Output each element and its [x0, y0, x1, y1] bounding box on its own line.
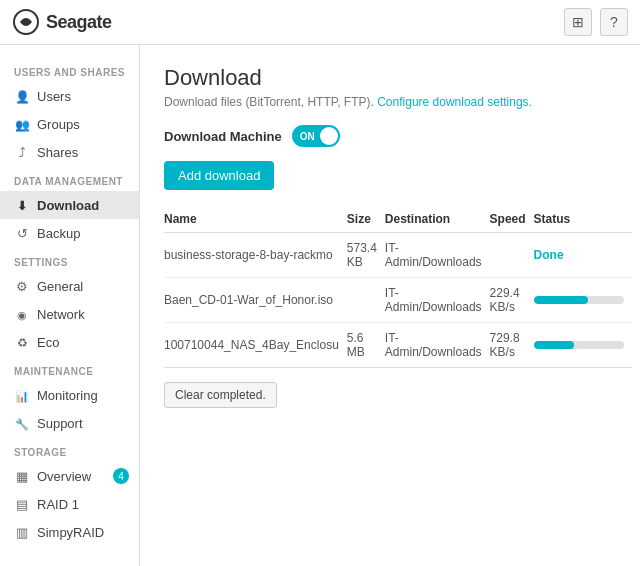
- sidebar-item-label-shares: Shares: [37, 145, 78, 160]
- section-label-users-shares: Users and Shares: [0, 57, 139, 82]
- sidebar-item-label-users: Users: [37, 89, 71, 104]
- main-content: Download Download files (BitTorrent, HTT…: [140, 45, 640, 566]
- cell-speed: 229.4 KB/s: [490, 278, 534, 323]
- topbar: Seagate ⊞ ?: [0, 0, 640, 45]
- sidebar-item-simpyraid[interactable]: SimpyRAID: [0, 518, 139, 546]
- sidebar-item-raid1[interactable]: RAID 1: [0, 490, 139, 518]
- backup-icon: [14, 225, 30, 241]
- sidebar-item-download[interactable]: Download: [0, 191, 139, 219]
- simpy-icon: [14, 524, 30, 540]
- sidebar-item-label-download: Download: [37, 198, 99, 213]
- sidebar: Users and Shares Users Groups Shares Dat…: [0, 45, 140, 566]
- add-download-button[interactable]: Add download: [164, 161, 274, 190]
- cell-size: [347, 278, 385, 323]
- col-header-size: Size: [347, 206, 385, 233]
- subtitle-text: Download files (BitTorrent, HTTP, FTP).: [164, 95, 374, 109]
- progress-bar-fill: [534, 341, 575, 349]
- progress-bar-fill: [534, 296, 588, 304]
- sidebar-item-support[interactable]: Support: [0, 409, 139, 437]
- section-label-maintenance: Maintenance: [0, 356, 139, 381]
- overview-badge: 4: [113, 468, 129, 484]
- col-header-status: Status: [534, 206, 632, 233]
- cell-status: [534, 323, 632, 368]
- sidebar-item-shares[interactable]: Shares: [0, 138, 139, 166]
- section-label-storage: Storage: [0, 437, 139, 462]
- cell-size: 5.6 MB: [347, 323, 385, 368]
- table-row: Baen_CD-01-War_of_Honor.isoIT-Admin/Down…: [164, 278, 632, 323]
- toggle-row: Download Machine ON: [164, 125, 616, 147]
- seagate-logo-icon: [12, 8, 40, 36]
- cell-name: Baen_CD-01-War_of_Honor.iso: [164, 278, 347, 323]
- sidebar-item-label-overview: Overview: [37, 469, 91, 484]
- user-icon: [14, 88, 30, 104]
- sidebar-item-label-eco: Eco: [37, 335, 59, 350]
- eco-icon: [14, 334, 30, 350]
- cell-destination: IT-Admin/Downloads: [385, 233, 490, 278]
- topbar-icons: ⊞ ?: [564, 8, 628, 36]
- support-icon: [14, 415, 30, 431]
- section-label-settings: Settings: [0, 247, 139, 272]
- toggle-knob: [320, 127, 338, 145]
- toggle-label: Download Machine: [164, 129, 282, 144]
- sidebar-item-eco[interactable]: Eco: [0, 328, 139, 356]
- sidebar-item-label-backup: Backup: [37, 226, 80, 241]
- sidebar-item-label-groups: Groups: [37, 117, 80, 132]
- share-icon: [14, 144, 30, 160]
- group-icon: [14, 116, 30, 132]
- page-subtitle: Download files (BitTorrent, HTTP, FTP). …: [164, 95, 616, 109]
- download-table: Name Size Destination Speed Status busin…: [164, 206, 632, 368]
- progress-bar-container: [534, 296, 624, 304]
- overview-icon: [14, 468, 30, 484]
- cell-speed: 729.8 KB/s: [490, 323, 534, 368]
- progress-bar-container: [534, 341, 624, 349]
- sidebar-item-groups[interactable]: Groups: [0, 110, 139, 138]
- download-icon: [14, 197, 30, 213]
- cell-speed: [490, 233, 534, 278]
- clear-completed-button[interactable]: Clear completed.: [164, 382, 277, 408]
- cell-status: Done: [534, 233, 632, 278]
- monitor-icon: [14, 387, 30, 403]
- sidebar-item-general[interactable]: General: [0, 272, 139, 300]
- table-row: 100710044_NAS_4Bay_Enclosu5.6 MBIT-Admin…: [164, 323, 632, 368]
- sidebar-item-label-raid1: RAID 1: [37, 497, 79, 512]
- network-icon: [14, 306, 30, 322]
- logo-text: Seagate: [46, 12, 112, 33]
- sidebar-item-label-simpyraid: SimpyRAID: [37, 525, 104, 540]
- sidebar-item-label-monitoring: Monitoring: [37, 388, 98, 403]
- col-header-name: Name: [164, 206, 347, 233]
- cell-name: 100710044_NAS_4Bay_Enclosu: [164, 323, 347, 368]
- cell-destination: IT-Admin/Downloads: [385, 278, 490, 323]
- sidebar-item-monitoring[interactable]: Monitoring: [0, 381, 139, 409]
- gear-icon: [14, 278, 30, 294]
- grid-icon-button[interactable]: ⊞: [564, 8, 592, 36]
- logo: Seagate: [12, 8, 112, 36]
- cell-status: [534, 278, 632, 323]
- sidebar-item-backup[interactable]: Backup: [0, 219, 139, 247]
- section-label-data-management: Data Management: [0, 166, 139, 191]
- sidebar-item-label-network: Network: [37, 307, 85, 322]
- toggle-on-text: ON: [300, 131, 315, 142]
- layout: Users and Shares Users Groups Shares Dat…: [0, 45, 640, 566]
- raid-icon: [14, 496, 30, 512]
- sidebar-item-label-support: Support: [37, 416, 83, 431]
- configure-link[interactable]: Configure download settings.: [377, 95, 532, 109]
- sidebar-item-label-general: General: [37, 279, 83, 294]
- cell-size: 573.4 KB: [347, 233, 385, 278]
- col-header-speed: Speed: [490, 206, 534, 233]
- table-row: business-storage-8-bay-rackmo573.4 KBIT-…: [164, 233, 632, 278]
- cell-destination: IT-Admin/Downloads: [385, 323, 490, 368]
- sidebar-item-overview[interactable]: Overview 4: [0, 462, 139, 490]
- sidebar-item-users[interactable]: Users: [0, 82, 139, 110]
- page-title: Download: [164, 65, 616, 91]
- sidebar-item-network[interactable]: Network: [0, 300, 139, 328]
- download-machine-toggle[interactable]: ON: [292, 125, 340, 147]
- help-icon-button[interactable]: ?: [600, 8, 628, 36]
- status-done: Done: [534, 248, 564, 262]
- cell-name: business-storage-8-bay-rackmo: [164, 233, 347, 278]
- col-header-destination: Destination: [385, 206, 490, 233]
